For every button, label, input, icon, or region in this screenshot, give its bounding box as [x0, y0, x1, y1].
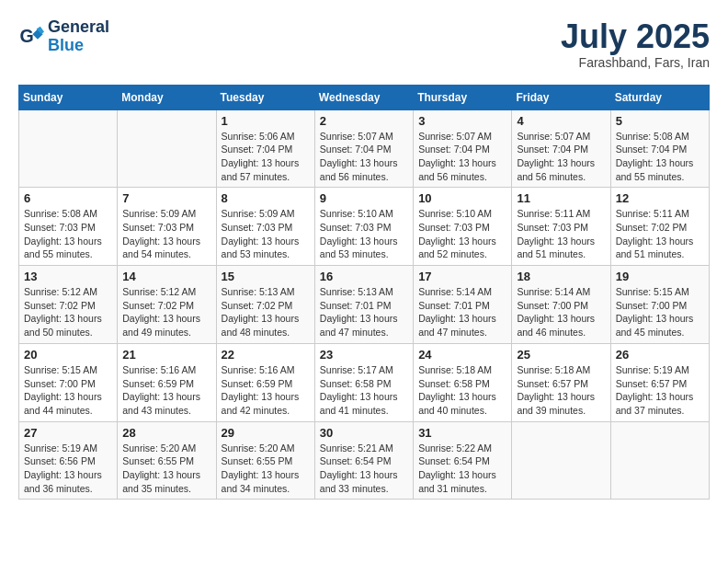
- calendar-cell: 19Sunrise: 5:15 AM Sunset: 7:00 PM Dayli…: [610, 266, 709, 344]
- calendar-cell: 22Sunrise: 5:16 AM Sunset: 6:59 PM Dayli…: [216, 343, 314, 421]
- day-info: Sunrise: 5:12 AM Sunset: 7:02 PM Dayligh…: [122, 285, 210, 339]
- day-number: 30: [320, 426, 408, 440]
- logo-icon: G: [18, 24, 44, 50]
- day-info: Sunrise: 5:21 AM Sunset: 6:54 PM Dayligh…: [320, 442, 408, 496]
- day-info: Sunrise: 5:16 AM Sunset: 6:59 PM Dayligh…: [122, 363, 210, 418]
- day-info: Sunrise: 5:08 AM Sunset: 7:03 PM Dayligh…: [24, 207, 112, 261]
- calendar-cell: 31Sunrise: 5:22 AM Sunset: 6:54 PM Dayli…: [414, 421, 512, 500]
- day-info: Sunrise: 5:18 AM Sunset: 6:58 PM Dayligh…: [418, 363, 506, 418]
- day-info: Sunrise: 5:13 AM Sunset: 7:02 PM Dayligh…: [222, 285, 310, 339]
- calendar-cell: 6Sunrise: 5:08 AM Sunset: 7:03 PM Daylig…: [19, 188, 118, 266]
- calendar-cell: 25Sunrise: 5:18 AM Sunset: 6:57 PM Dayli…: [512, 343, 610, 421]
- week-row-4: 20Sunrise: 5:15 AM Sunset: 7:00 PM Dayli…: [19, 343, 710, 421]
- week-row-3: 13Sunrise: 5:12 AM Sunset: 7:02 PM Dayli…: [19, 266, 710, 344]
- calendar-cell: [512, 421, 610, 500]
- day-info: Sunrise: 5:13 AM Sunset: 7:01 PM Dayligh…: [320, 285, 408, 339]
- day-info: Sunrise: 5:14 AM Sunset: 7:00 PM Dayligh…: [517, 285, 605, 339]
- day-number: 23: [320, 348, 408, 362]
- calendar-table: SundayMondayTuesdayWednesdayThursdayFrid…: [18, 85, 710, 500]
- calendar-cell: 1Sunrise: 5:06 AM Sunset: 7:04 PM Daylig…: [216, 109, 314, 188]
- week-row-2: 6Sunrise: 5:08 AM Sunset: 7:03 PM Daylig…: [19, 188, 710, 266]
- day-number: 9: [320, 191, 408, 205]
- day-number: 4: [517, 114, 605, 128]
- day-number: 22: [222, 348, 310, 362]
- day-number: 29: [222, 426, 310, 440]
- calendar-cell: 10Sunrise: 5:10 AM Sunset: 7:03 PM Dayli…: [414, 188, 512, 266]
- calendar-cell: 15Sunrise: 5:13 AM Sunset: 7:02 PM Dayli…: [216, 266, 314, 344]
- day-number: 11: [517, 191, 605, 205]
- day-info: Sunrise: 5:19 AM Sunset: 6:56 PM Dayligh…: [24, 442, 112, 496]
- day-info: Sunrise: 5:18 AM Sunset: 6:57 PM Dayligh…: [517, 363, 605, 418]
- day-number: 3: [418, 114, 506, 128]
- calendar-cell: 26Sunrise: 5:19 AM Sunset: 6:57 PM Dayli…: [610, 343, 709, 421]
- day-number: 28: [122, 426, 210, 440]
- header-sunday: Sunday: [19, 85, 118, 109]
- day-info: Sunrise: 5:07 AM Sunset: 7:04 PM Dayligh…: [418, 130, 506, 184]
- calendar-cell: 21Sunrise: 5:16 AM Sunset: 6:59 PM Dayli…: [118, 343, 216, 421]
- day-number: 26: [616, 348, 704, 362]
- title-block: July 2025 Farashband, Fars, Iran: [561, 18, 710, 70]
- calendar-cell: [610, 421, 709, 500]
- week-row-1: 1Sunrise: 5:06 AM Sunset: 7:04 PM Daylig…: [19, 109, 710, 188]
- header-friday: Friday: [512, 85, 610, 109]
- calendar-cell: [118, 109, 216, 188]
- week-row-5: 27Sunrise: 5:19 AM Sunset: 6:56 PM Dayli…: [19, 421, 710, 500]
- calendar-cell: 27Sunrise: 5:19 AM Sunset: 6:56 PM Dayli…: [19, 421, 118, 500]
- calendar-cell: 5Sunrise: 5:08 AM Sunset: 7:04 PM Daylig…: [610, 109, 709, 188]
- day-number: 16: [320, 270, 408, 283]
- day-number: 5: [616, 114, 704, 128]
- day-number: 7: [122, 191, 210, 205]
- day-info: Sunrise: 5:12 AM Sunset: 7:02 PM Dayligh…: [24, 285, 112, 339]
- calendar-cell: 30Sunrise: 5:21 AM Sunset: 6:54 PM Dayli…: [314, 421, 413, 500]
- day-info: Sunrise: 5:10 AM Sunset: 7:03 PM Dayligh…: [418, 207, 506, 261]
- day-number: 6: [24, 191, 112, 205]
- header-tuesday: Tuesday: [216, 85, 314, 109]
- calendar-cell: 8Sunrise: 5:09 AM Sunset: 7:03 PM Daylig…: [216, 188, 314, 266]
- header-monday: Monday: [118, 85, 216, 109]
- calendar-cell: 23Sunrise: 5:17 AM Sunset: 6:58 PM Dayli…: [314, 343, 413, 421]
- header-thursday: Thursday: [414, 85, 512, 109]
- day-number: 2: [320, 114, 408, 128]
- day-number: 14: [122, 270, 210, 283]
- calendar-cell: 18Sunrise: 5:14 AM Sunset: 7:00 PM Dayli…: [512, 266, 610, 344]
- day-number: 25: [517, 348, 605, 362]
- day-number: 10: [418, 191, 506, 205]
- logo-general: General: [48, 17, 109, 36]
- logo: G General Blue: [18, 18, 109, 55]
- day-info: Sunrise: 5:09 AM Sunset: 7:03 PM Dayligh…: [122, 207, 210, 261]
- day-number: 19: [616, 270, 704, 283]
- day-number: 18: [517, 270, 605, 283]
- day-info: Sunrise: 5:08 AM Sunset: 7:04 PM Dayligh…: [616, 130, 704, 184]
- day-info: Sunrise: 5:22 AM Sunset: 6:54 PM Dayligh…: [418, 442, 506, 496]
- day-number: 27: [24, 426, 112, 440]
- day-info: Sunrise: 5:17 AM Sunset: 6:58 PM Dayligh…: [320, 363, 408, 418]
- day-info: Sunrise: 5:07 AM Sunset: 7:04 PM Dayligh…: [320, 130, 408, 184]
- calendar-cell: 9Sunrise: 5:10 AM Sunset: 7:03 PM Daylig…: [314, 188, 413, 266]
- calendar-cell: 11Sunrise: 5:11 AM Sunset: 7:03 PM Dayli…: [512, 188, 610, 266]
- day-number: 8: [222, 191, 310, 205]
- day-info: Sunrise: 5:20 AM Sunset: 6:55 PM Dayligh…: [222, 442, 310, 496]
- day-number: 21: [122, 348, 210, 362]
- header-saturday: Saturday: [610, 85, 709, 109]
- day-number: 15: [222, 270, 310, 283]
- calendar-cell: 12Sunrise: 5:11 AM Sunset: 7:02 PM Dayli…: [610, 188, 709, 266]
- logo-text: General Blue: [48, 18, 109, 55]
- calendar-cell: 13Sunrise: 5:12 AM Sunset: 7:02 PM Dayli…: [19, 266, 118, 344]
- day-number: 12: [616, 191, 704, 205]
- svg-text:G: G: [19, 25, 33, 45]
- header-wednesday: Wednesday: [314, 85, 413, 109]
- day-info: Sunrise: 5:16 AM Sunset: 6:59 PM Dayligh…: [222, 363, 310, 418]
- day-number: 31: [418, 426, 506, 440]
- day-info: Sunrise: 5:07 AM Sunset: 7:04 PM Dayligh…: [517, 130, 605, 184]
- page-header: G General Blue July 2025 Farashband, Far…: [18, 18, 710, 70]
- location: Farashband, Fars, Iran: [561, 55, 710, 70]
- day-info: Sunrise: 5:09 AM Sunset: 7:03 PM Dayligh…: [222, 207, 310, 261]
- calendar-cell: 3Sunrise: 5:07 AM Sunset: 7:04 PM Daylig…: [414, 109, 512, 188]
- day-info: Sunrise: 5:20 AM Sunset: 6:55 PM Dayligh…: [122, 442, 210, 496]
- calendar-cell: 17Sunrise: 5:14 AM Sunset: 7:01 PM Dayli…: [414, 266, 512, 344]
- day-info: Sunrise: 5:19 AM Sunset: 6:57 PM Dayligh…: [616, 363, 704, 418]
- logo-blue: Blue: [48, 36, 84, 54]
- calendar-cell: 4Sunrise: 5:07 AM Sunset: 7:04 PM Daylig…: [512, 109, 610, 188]
- day-info: Sunrise: 5:11 AM Sunset: 7:02 PM Dayligh…: [616, 207, 704, 261]
- day-number: 24: [418, 348, 506, 362]
